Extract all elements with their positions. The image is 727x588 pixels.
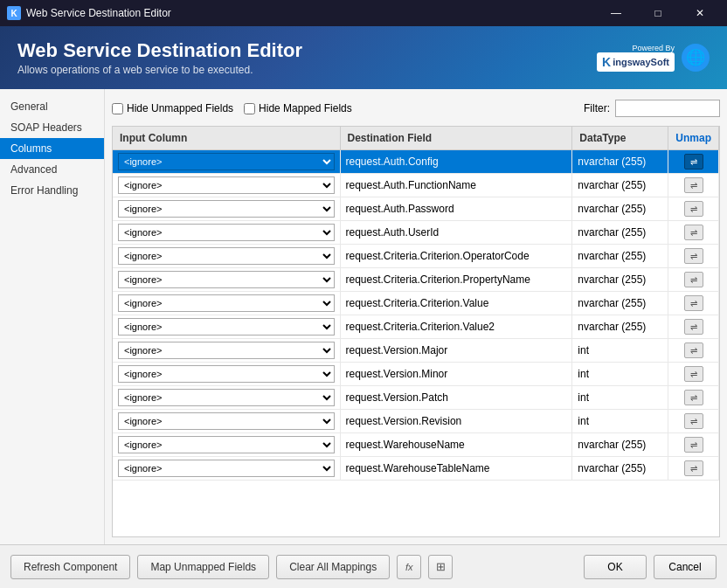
input-cell: <ignore> bbox=[113, 339, 340, 363]
close-button[interactable]: ✕ bbox=[680, 0, 720, 26]
input-select[interactable]: <ignore> bbox=[118, 460, 335, 477]
col-header-unmap: Unmap bbox=[668, 127, 719, 150]
input-select[interactable]: <ignore> bbox=[118, 318, 335, 336]
input-cell: <ignore> bbox=[113, 174, 340, 197]
sidebar-item-soap-headers[interactable]: SOAP Headers bbox=[0, 117, 104, 138]
unmap-cell: ⇌ bbox=[668, 363, 719, 386]
unmap-icon-button[interactable]: ⇌ bbox=[684, 295, 703, 311]
unmap-icon-button[interactable]: ⇌ bbox=[684, 342, 703, 358]
sidebar-item-general[interactable]: General bbox=[0, 96, 104, 117]
table-row[interactable]: <ignore>request.Auth.Confignvarchar (255… bbox=[113, 150, 719, 174]
ok-button[interactable]: OK bbox=[584, 555, 647, 579]
sidebar: General SOAP Headers Columns Advanced Er… bbox=[0, 89, 105, 544]
unmap-icon-button[interactable]: ⇌ bbox=[684, 225, 703, 240]
input-cell: <ignore> bbox=[113, 410, 340, 433]
datatype-cell: nvarchar (255) bbox=[572, 315, 668, 339]
unmap-icon-button[interactable]: ⇌ bbox=[684, 248, 703, 264]
input-select[interactable]: <ignore> bbox=[118, 153, 335, 170]
unmap-icon-button[interactable]: ⇌ bbox=[684, 177, 703, 193]
sidebar-item-error-handling[interactable]: Error Handling bbox=[0, 180, 104, 201]
mappings-table: Input Column Destination Field DataType … bbox=[113, 127, 719, 481]
table-row[interactable]: <ignore>request.Criteria.Criterion.Value… bbox=[113, 315, 719, 339]
hide-unmapped-checkbox-label[interactable]: Hide Unmapped Fields bbox=[112, 102, 233, 114]
sidebar-item-columns[interactable]: Columns bbox=[0, 138, 104, 159]
destination-cell: request.Version.Patch bbox=[340, 386, 572, 410]
unmap-icon-button[interactable]: ⇌ bbox=[684, 272, 703, 287]
input-cell: <ignore> bbox=[113, 457, 340, 481]
title-bar-controls: — □ ✕ bbox=[596, 0, 720, 26]
destination-cell: request.Criteria.Criterion.PropertyName bbox=[340, 268, 572, 292]
unmap-cell: ⇌ bbox=[668, 292, 719, 315]
minimize-button[interactable]: — bbox=[596, 0, 636, 26]
clear-all-mappings-button[interactable]: Clear All Mappings bbox=[276, 555, 390, 579]
unmap-cell: ⇌ bbox=[668, 174, 719, 197]
input-select[interactable]: <ignore> bbox=[118, 412, 335, 430]
datatype-cell: int bbox=[572, 363, 668, 386]
table-row[interactable]: <ignore>request.Criteria.Criterion.Value… bbox=[113, 292, 719, 315]
globe-icon: 🌐 bbox=[682, 44, 710, 72]
table-row[interactable]: <ignore>request.Auth.UserIdnvarchar (255… bbox=[113, 221, 719, 245]
table-row[interactable]: <ignore>request.Version.Patchint⇌ bbox=[113, 386, 719, 410]
input-cell: <ignore> bbox=[113, 386, 340, 410]
unmap-cell: ⇌ bbox=[668, 315, 719, 339]
input-select[interactable]: <ignore> bbox=[118, 224, 335, 241]
input-select[interactable]: <ignore> bbox=[118, 247, 335, 265]
cancel-button[interactable]: Cancel bbox=[654, 555, 717, 579]
filter-section: Filter: bbox=[584, 100, 720, 117]
unmap-icon-button[interactable]: ⇌ bbox=[684, 319, 703, 335]
datatype-cell: nvarchar (255) bbox=[572, 268, 668, 292]
table-row[interactable]: <ignore>request.Version.Revisionint⇌ bbox=[113, 410, 719, 433]
sidebar-item-advanced[interactable]: Advanced bbox=[0, 159, 104, 180]
destination-cell: request.Auth.Password bbox=[340, 197, 572, 221]
filter-input[interactable] bbox=[615, 100, 720, 117]
hide-mapped-checkbox[interactable] bbox=[244, 103, 255, 114]
unmap-icon-button[interactable]: ⇌ bbox=[684, 413, 703, 429]
table-row[interactable]: <ignore>request.Auth.FunctionNamenvarcha… bbox=[113, 174, 719, 197]
title-bar-left: K Web Service Destination Editor bbox=[7, 6, 171, 20]
datatype-cell: int bbox=[572, 410, 668, 433]
destination-cell: request.Criteria.Criterion.OperatorCode bbox=[340, 245, 572, 268]
unmap-icon-button[interactable]: ⇌ bbox=[684, 460, 703, 476]
input-select[interactable]: <ignore> bbox=[118, 389, 335, 406]
map-unmapped-button[interactable]: Map Unmapped Fields bbox=[137, 555, 269, 579]
unmap-icon-button[interactable]: ⇌ bbox=[684, 437, 703, 453]
datatype-cell: nvarchar (255) bbox=[572, 221, 668, 245]
table-row[interactable]: <ignore>request.Criteria.Criterion.Opera… bbox=[113, 245, 719, 268]
input-select[interactable]: <ignore> bbox=[118, 294, 335, 312]
destination-cell: request.Auth.Config bbox=[340, 150, 572, 174]
table-row[interactable]: <ignore>request.Auth.Passwordnvarchar (2… bbox=[113, 197, 719, 221]
destination-cell: request.Version.Minor bbox=[340, 363, 572, 386]
unmap-icon-button[interactable]: ⇌ bbox=[684, 154, 703, 169]
input-select[interactable]: <ignore> bbox=[118, 436, 335, 453]
destination-cell: request.Version.Revision bbox=[340, 410, 572, 433]
unmap-icon-button[interactable]: ⇌ bbox=[684, 390, 703, 405]
unmap-cell: ⇌ bbox=[668, 433, 719, 457]
input-select[interactable]: <ignore> bbox=[118, 365, 335, 383]
table-row[interactable]: <ignore>request.WarehouseNamenvarchar (2… bbox=[113, 433, 719, 457]
unmap-icon-button[interactable]: ⇌ bbox=[684, 366, 703, 382]
input-select[interactable]: <ignore> bbox=[118, 271, 335, 288]
refresh-component-button[interactable]: Refresh Component bbox=[10, 555, 130, 579]
table-row[interactable]: <ignore>request.Version.Majorint⇌ bbox=[113, 339, 719, 363]
input-select[interactable]: <ignore> bbox=[118, 342, 335, 359]
table-row[interactable]: <ignore>request.Criteria.Criterion.Prope… bbox=[113, 268, 719, 292]
unmap-icon-button[interactable]: ⇌ bbox=[684, 201, 703, 217]
fx-icon-button[interactable]: fx bbox=[397, 555, 421, 579]
input-cell: <ignore> bbox=[113, 268, 340, 292]
page-title: Web Service Destination Editor bbox=[17, 39, 302, 62]
hide-unmapped-checkbox[interactable] bbox=[112, 103, 123, 114]
col-header-destination: Destination Field bbox=[340, 127, 572, 150]
table-row[interactable]: <ignore>request.Version.Minorint⇌ bbox=[113, 363, 719, 386]
page-subtitle: Allows operations of a web service to be… bbox=[17, 64, 302, 76]
hide-mapped-checkbox-label[interactable]: Hide Mapped Fields bbox=[244, 102, 352, 114]
unmap-cell: ⇌ bbox=[668, 339, 719, 363]
maximize-button[interactable]: □ bbox=[638, 0, 678, 26]
datatype-cell: nvarchar (255) bbox=[572, 457, 668, 481]
unmap-cell: ⇌ bbox=[668, 150, 719, 174]
table-row[interactable]: <ignore>request.WarehouseTableNamenvarch… bbox=[113, 457, 719, 481]
grid-icon-button[interactable]: ⊞ bbox=[428, 555, 453, 579]
brand-k: K bbox=[602, 55, 611, 69]
input-select[interactable]: <ignore> bbox=[118, 176, 335, 194]
unmap-cell: ⇌ bbox=[668, 268, 719, 292]
input-select[interactable]: <ignore> bbox=[118, 200, 335, 218]
